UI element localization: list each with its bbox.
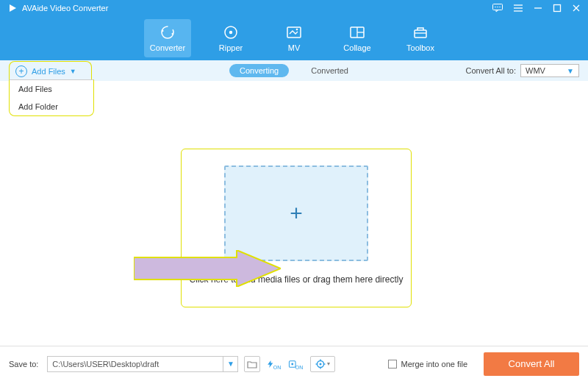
add-files-button[interactable]: + Add Files ▼ bbox=[11, 64, 81, 79]
tab-label: Converter bbox=[150, 43, 185, 52]
tab-mv[interactable]: MV bbox=[270, 19, 318, 57]
svg-point-28 bbox=[320, 363, 322, 365]
mv-icon bbox=[286, 24, 302, 40]
tab-collage[interactable]: Collage bbox=[334, 19, 381, 57]
convert-all-to: Convert All to: WMV ▼ bbox=[466, 64, 579, 77]
dropdown-add-files[interactable]: Add Files bbox=[10, 80, 93, 98]
svg-point-3 bbox=[497, 7, 498, 7]
tab-converting[interactable]: Converting bbox=[229, 64, 289, 77]
save-path-select[interactable]: C:\Users\USER\Desktop\draft ▼ bbox=[47, 356, 238, 372]
bottom-bar: Save to: C:\Users\USER\Desktop\draft ▼ O… bbox=[0, 346, 588, 381]
tab-label: Collage bbox=[343, 43, 370, 52]
chevron-down-icon[interactable]: ▼ bbox=[223, 356, 237, 372]
convert-all-button[interactable]: Convert All bbox=[484, 352, 579, 376]
app-title: AVAide Video Converter bbox=[22, 4, 108, 13]
chevron-down-icon: ▼ bbox=[70, 68, 76, 75]
feedback-icon[interactable] bbox=[492, 4, 503, 13]
tab-label: Toolbox bbox=[406, 43, 434, 52]
plus-circle-icon: + bbox=[15, 65, 27, 77]
minimize-icon[interactable] bbox=[534, 4, 542, 13]
svg-point-2 bbox=[495, 7, 495, 7]
close-icon[interactable] bbox=[572, 4, 581, 13]
dropdown-add-folder[interactable]: Add Folder bbox=[10, 98, 93, 115]
plus-icon: + bbox=[290, 201, 303, 226]
svg-point-12 bbox=[162, 26, 173, 38]
dropzone[interactable]: + bbox=[224, 165, 368, 261]
main-area: + Click here to add media files or drag … bbox=[0, 81, 588, 346]
checkbox-icon bbox=[388, 360, 397, 368]
toolbox-icon bbox=[412, 24, 429, 40]
svg-point-4 bbox=[499, 7, 500, 7]
settings-gear-button[interactable]: ▾ bbox=[310, 356, 335, 372]
tab-label: MV bbox=[288, 43, 301, 52]
main-toolbar: Converter Ripper MV Collage Toolbox bbox=[0, 16, 588, 60]
tab-ripper[interactable]: Ripper bbox=[207, 19, 254, 57]
tab-toolbox[interactable]: Toolbox bbox=[397, 19, 444, 57]
maximize-icon[interactable] bbox=[553, 4, 562, 13]
hardware-accel-icon[interactable]: ON bbox=[266, 356, 282, 372]
svg-point-18 bbox=[296, 29, 298, 31]
svg-rect-22 bbox=[415, 30, 426, 38]
collage-icon bbox=[349, 24, 365, 40]
app-logo-icon bbox=[7, 3, 18, 13]
add-files-highlight: + Add Files ▼ bbox=[9, 61, 92, 80]
convert-all-to-label: Convert All to: bbox=[466, 66, 516, 75]
merge-label: Merge into one file bbox=[401, 360, 468, 368]
high-speed-icon[interactable]: ON bbox=[288, 356, 304, 372]
svg-marker-0 bbox=[10, 4, 16, 12]
tab-converter[interactable]: Converter bbox=[144, 19, 191, 57]
tab-label: Ripper bbox=[219, 43, 243, 52]
sub-bar: + Add Files ▼ Converting Converted Conve… bbox=[0, 60, 588, 81]
status-tabs: Converting Converted bbox=[229, 64, 359, 77]
title-bar: AVAide Video Converter bbox=[0, 0, 588, 16]
add-files-label: Add Files bbox=[32, 67, 65, 76]
save-path-value: C:\Users\USER\Desktop\draft bbox=[52, 360, 159, 368]
chevron-down-icon: ▼ bbox=[567, 67, 574, 75]
tutorial-arrow-icon bbox=[134, 250, 281, 290]
tab-converted[interactable]: Converted bbox=[301, 64, 359, 77]
svg-rect-9 bbox=[554, 5, 561, 12]
svg-point-26 bbox=[292, 363, 294, 365]
output-format-select[interactable]: WMV ▼ bbox=[520, 64, 579, 77]
open-folder-button[interactable] bbox=[244, 356, 260, 372]
merge-checkbox[interactable]: Merge into one file bbox=[388, 360, 468, 368]
save-to-label: Save to: bbox=[9, 360, 38, 368]
svg-marker-24 bbox=[134, 250, 281, 287]
add-files-dropdown: Add Files Add Folder bbox=[9, 79, 94, 116]
menu-icon[interactable] bbox=[513, 4, 523, 13]
output-format-value: WMV bbox=[526, 66, 545, 75]
svg-point-16 bbox=[229, 31, 232, 34]
ripper-icon bbox=[223, 24, 239, 40]
converter-icon bbox=[159, 24, 176, 40]
